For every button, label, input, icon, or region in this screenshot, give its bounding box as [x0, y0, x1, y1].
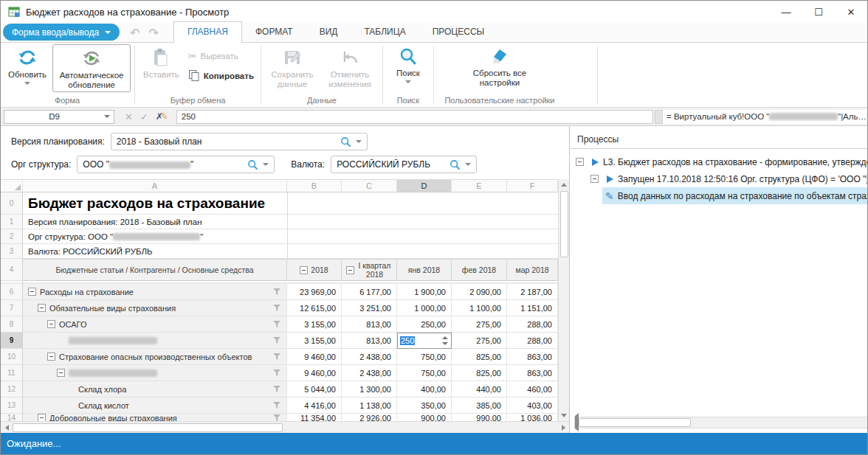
- grid-cell[interactable]: 2 187,00: [507, 284, 558, 300]
- grid-cell[interactable]: 9 460,00: [287, 349, 342, 365]
- row-label-cell[interactable]: Страхование опасных производственных объ…: [23, 349, 287, 365]
- row-number[interactable]: 0: [1, 192, 23, 215]
- form-io-menu-button[interactable]: Форма ввода/вывода: [3, 24, 120, 41]
- chevron-down-icon[interactable]: [465, 163, 471, 166]
- grid-cell[interactable]: 2 926,00: [342, 414, 397, 421]
- column-header-A[interactable]: A: [23, 180, 287, 192]
- scroll-right-arrow[interactable]: [557, 422, 569, 433]
- undo-icon[interactable]: ↶: [125, 26, 144, 42]
- tab-tablitsa[interactable]: ТАБЛИЦА: [351, 22, 418, 42]
- column-header-B[interactable]: B: [287, 180, 342, 192]
- row-label-cell[interactable]: ОСАГО: [23, 316, 287, 333]
- cut-button[interactable]: ✂ Вырезать: [185, 49, 257, 63]
- auto-refresh-button[interactable]: Автоматическое обновление: [52, 44, 131, 92]
- period-header-cell[interactable]: I квартал 2018: [342, 259, 397, 281]
- grid-cell[interactable]: 440,00: [452, 381, 507, 397]
- collapse-toggle-icon[interactable]: [576, 158, 584, 166]
- collapse-toggle-icon[interactable]: [300, 266, 308, 274]
- row-number[interactable]: 4: [1, 259, 23, 281]
- filter-funnel-icon[interactable]: [273, 337, 280, 344]
- period-header-cell[interactable]: мар 2018: [507, 259, 558, 281]
- row-number[interactable]: 7: [1, 300, 23, 316]
- row-number[interactable]: 1: [1, 215, 23, 229]
- cell-name-box[interactable]: D9: [4, 110, 114, 124]
- row-label-cell[interactable]: Обязательные виды страхования: [23, 300, 287, 316]
- row-number[interactable]: 13: [1, 397, 23, 414]
- empty-cells[interactable]: [287, 192, 558, 215]
- collapse-toggle-icon[interactable]: [57, 369, 65, 377]
- collapse-toggle-icon[interactable]: [590, 175, 599, 183]
- period-header-cell[interactable]: 2018: [287, 259, 342, 281]
- filter-funnel-icon[interactable]: [273, 305, 280, 311]
- row-label-cell[interactable]: Добровольные виды страхования: [23, 414, 287, 421]
- cancel-entry-icon[interactable]: ✕: [125, 111, 133, 122]
- redo-icon[interactable]: ↷: [145, 26, 163, 42]
- empty-cells[interactable]: [287, 229, 558, 244]
- refresh-button[interactable]: Обновить: [4, 44, 51, 86]
- processes-horizontal-scrollbar[interactable]: [574, 417, 868, 428]
- grid-cell[interactable]: 863,00: [507, 349, 558, 365]
- close-button[interactable]: ✕: [835, 1, 867, 23]
- paste-button[interactable]: Вставить: [139, 44, 184, 81]
- row-number[interactable]: 12: [1, 381, 23, 397]
- tab-protsessy[interactable]: ПРОЦЕССЫ: [419, 22, 498, 42]
- grid-corner-cell[interactable]: [1, 180, 23, 192]
- grid-cell[interactable]: 813,00: [342, 333, 397, 349]
- vertical-scrollbar[interactable]: [558, 179, 569, 421]
- collapse-toggle-icon[interactable]: [38, 414, 46, 421]
- grid-cell[interactable]: 350,00: [397, 397, 452, 414]
- grid-cell[interactable]: 1 300,00: [342, 381, 397, 397]
- scroll-left-arrow[interactable]: [1, 422, 13, 433]
- column-header-C[interactable]: C: [342, 180, 397, 192]
- version-filter-combo[interactable]: 2018 - Базовый план: [111, 133, 368, 150]
- search-icon[interactable]: [247, 159, 258, 170]
- search-button[interactable]: Поиск: [387, 44, 430, 85]
- row-number[interactable]: 3: [1, 244, 23, 259]
- confirm-entry-icon[interactable]: ✓: [140, 111, 148, 122]
- filter-funnel-icon[interactable]: [273, 321, 280, 327]
- search-icon[interactable]: [450, 159, 461, 170]
- info-cell[interactable]: Валюта: РОССИЙСКИЙ РУБЛЬ: [23, 244, 287, 259]
- grid-cell[interactable]: 2 438,00: [342, 349, 397, 365]
- vertical-scroll-thumb[interactable]: [560, 191, 568, 257]
- filter-funnel-icon[interactable]: [273, 353, 280, 360]
- row-number[interactable]: 8: [1, 316, 23, 333]
- scroll-down-arrow[interactable]: [559, 410, 569, 421]
- grid-cell[interactable]: 3 251,00: [342, 300, 397, 316]
- row-label-cell[interactable]: Склад кислот: [23, 397, 287, 414]
- budget-items-header-cell[interactable]: Бюджетные статьи / Контрагенты / Основны…: [23, 259, 287, 281]
- empty-cells[interactable]: [287, 244, 558, 259]
- save-data-button[interactable]: Сохранить данные: [265, 44, 320, 91]
- grid-cell[interactable]: 288,00: [507, 316, 558, 333]
- grid-cell[interactable]: 250,00: [397, 316, 452, 333]
- grid-cell[interactable]: 9 460,00: [287, 365, 342, 381]
- row-number[interactable]: 9: [1, 333, 23, 349]
- filter-funnel-icon[interactable]: [273, 288, 280, 295]
- column-header-E[interactable]: E: [452, 180, 507, 192]
- grid-cell[interactable]: 1 138,00: [342, 397, 397, 414]
- filter-funnel-icon[interactable]: [273, 402, 280, 409]
- grid-cell[interactable]: 990,00: [452, 414, 507, 421]
- period-header-cell[interactable]: янв 2018: [397, 259, 452, 281]
- grid-cell[interactable]: 6 177,00: [342, 284, 397, 300]
- collapse-toggle-icon[interactable]: [47, 352, 55, 361]
- grid-cell[interactable]: 275,00: [452, 333, 507, 349]
- copy-button[interactable]: Копировать: [185, 68, 257, 83]
- grid-cell[interactable]: 23 969,00: [287, 284, 342, 300]
- row-number[interactable]: 10: [1, 349, 23, 365]
- horizontal-scrollbar[interactable]: [1, 421, 569, 433]
- row-number[interactable]: 6: [1, 284, 23, 300]
- info-cell[interactable]: Орг структура: ООО "": [23, 229, 287, 244]
- row-label-cell[interactable]: Расходы на страхование: [23, 284, 287, 300]
- grid-cell[interactable]: 12 615,00: [287, 300, 342, 316]
- formula-splitter[interactable]: [655, 110, 663, 124]
- grid-cell[interactable]: 1 000,00: [397, 300, 452, 316]
- column-header-F[interactable]: F: [507, 180, 558, 192]
- spinner-control[interactable]: [442, 336, 451, 345]
- horizontal-scroll-thumb[interactable]: [579, 418, 691, 427]
- row-number[interactable]: 11: [1, 365, 23, 381]
- grid-cell[interactable]: 403,00: [507, 397, 558, 414]
- grid-cell[interactable]: 400,00: [397, 381, 452, 397]
- chevron-down-icon[interactable]: [356, 140, 362, 143]
- grid-cell[interactable]: 1 900,00: [397, 284, 452, 300]
